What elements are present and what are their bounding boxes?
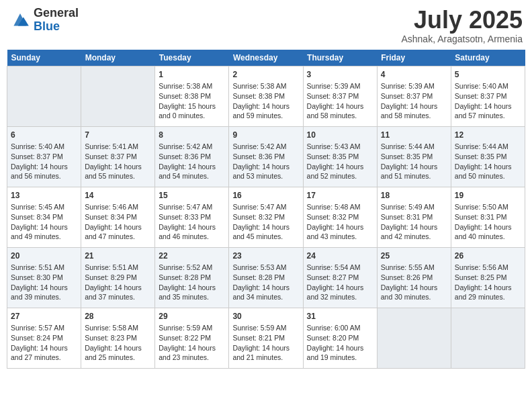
calendar-header-row: SundayMondayTuesdayWednesdayThursdayFrid… xyxy=(7,50,525,66)
sunrise-text: Sunrise: 5:42 AM xyxy=(159,142,212,150)
sunset-text: Sunset: 8:22 PM xyxy=(159,334,211,342)
day-number: 26 xyxy=(455,250,521,262)
daylight-text: Daylight: 14 hours and 55 minutes. xyxy=(85,163,142,181)
day-number: 15 xyxy=(159,190,225,201)
sunset-text: Sunset: 8:32 PM xyxy=(232,213,285,221)
sunrise-text: Sunrise: 5:38 AM xyxy=(159,82,212,90)
daylight-text: Daylight: 14 hours and 56 minutes. xyxy=(11,163,68,181)
sunset-text: Sunset: 8:36 PM xyxy=(232,152,285,161)
calendar-cell: 16Sunrise: 5:47 AMSunset: 8:32 PMDayligh… xyxy=(229,187,303,247)
logo-text: General Blue xyxy=(34,7,79,34)
header-monday: Monday xyxy=(81,50,155,66)
sunset-text: Sunset: 8:37 PM xyxy=(455,92,507,100)
sunrise-text: Sunrise: 5:53 AM xyxy=(232,263,286,271)
day-number: 29 xyxy=(159,311,225,322)
calendar-week-row: 13Sunrise: 5:45 AMSunset: 8:34 PMDayligh… xyxy=(7,187,525,247)
daylight-text: Daylight: 14 hours and 43 minutes. xyxy=(307,223,364,241)
day-number: 3 xyxy=(307,69,373,81)
sunrise-text: Sunrise: 5:59 AM xyxy=(159,324,212,332)
sunrise-text: Sunrise: 5:59 AM xyxy=(232,324,286,332)
sunrise-text: Sunrise: 5:47 AM xyxy=(232,203,286,211)
calendar-cell: 1Sunrise: 5:38 AMSunset: 8:38 PMDaylight… xyxy=(155,66,229,126)
sunset-text: Sunset: 8:28 PM xyxy=(232,273,285,281)
sunrise-text: Sunrise: 5:51 AM xyxy=(11,263,64,271)
daylight-text: Daylight: 14 hours and 34 minutes. xyxy=(232,283,290,302)
sunrise-text: Sunrise: 5:44 AM xyxy=(455,142,508,150)
daylight-text: Daylight: 14 hours and 23 minutes. xyxy=(159,344,216,362)
day-number: 27 xyxy=(11,311,77,322)
logo-blue: Blue xyxy=(34,20,79,34)
day-number: 28 xyxy=(85,311,151,322)
day-number: 4 xyxy=(381,69,447,81)
calendar-cell: 30Sunrise: 5:59 AMSunset: 8:21 PMDayligh… xyxy=(229,308,303,368)
day-number: 11 xyxy=(381,130,447,141)
daylight-text: Daylight: 14 hours and 49 minutes. xyxy=(11,223,68,241)
sunset-text: Sunset: 8:24 PM xyxy=(11,334,63,342)
day-number: 23 xyxy=(232,250,299,262)
sunset-text: Sunset: 8:37 PM xyxy=(307,92,359,100)
daylight-text: Daylight: 14 hours and 40 minutes. xyxy=(455,223,512,241)
sunrise-text: Sunrise: 5:43 AM xyxy=(307,142,361,150)
sunrise-text: Sunrise: 5:42 AM xyxy=(232,142,286,150)
daylight-text: Daylight: 14 hours and 30 minutes. xyxy=(381,283,438,302)
day-number: 21 xyxy=(85,250,151,262)
sunrise-text: Sunrise: 5:54 AM xyxy=(307,263,361,271)
sunrise-text: Sunrise: 5:56 AM xyxy=(455,263,508,271)
header-tuesday: Tuesday xyxy=(155,50,229,66)
page-header: General Blue July 2025 Ashnak, Aragatsot… xyxy=(7,7,525,44)
calendar-cell xyxy=(451,308,525,368)
sunset-text: Sunset: 8:34 PM xyxy=(11,213,63,221)
day-number: 2 xyxy=(232,69,299,81)
day-number: 12 xyxy=(455,130,521,141)
calendar-cell: 2Sunrise: 5:38 AMSunset: 8:38 PMDaylight… xyxy=(229,66,303,126)
calendar-cell: 22Sunrise: 5:52 AMSunset: 8:28 PMDayligh… xyxy=(155,247,229,308)
header-saturday: Saturday xyxy=(451,50,525,66)
sunrise-text: Sunrise: 5:45 AM xyxy=(11,203,64,211)
sunrise-text: Sunrise: 5:38 AM xyxy=(232,82,286,90)
daylight-text: Daylight: 14 hours and 58 minutes. xyxy=(381,102,438,120)
calendar-week-row: 6Sunrise: 5:40 AMSunset: 8:37 PMDaylight… xyxy=(7,126,525,187)
sunrise-text: Sunrise: 5:49 AM xyxy=(381,203,435,211)
day-number: 14 xyxy=(85,190,151,201)
day-number: 22 xyxy=(159,250,225,262)
sunset-text: Sunset: 8:29 PM xyxy=(85,273,137,281)
calendar-cell: 19Sunrise: 5:50 AMSunset: 8:31 PMDayligh… xyxy=(451,187,525,247)
sunrise-text: Sunrise: 5:39 AM xyxy=(381,82,435,90)
calendar-week-row: 1Sunrise: 5:38 AMSunset: 8:38 PMDaylight… xyxy=(7,66,525,126)
sunset-text: Sunset: 8:38 PM xyxy=(159,92,211,100)
sunrise-text: Sunrise: 5:48 AM xyxy=(307,203,361,211)
calendar-week-row: 20Sunrise: 5:51 AMSunset: 8:30 PMDayligh… xyxy=(7,247,525,308)
header-friday: Friday xyxy=(377,50,451,66)
calendar-table: SundayMondayTuesdayWednesdayThursdayFrid… xyxy=(7,50,525,369)
calendar-cell: 27Sunrise: 5:57 AMSunset: 8:24 PMDayligh… xyxy=(7,308,81,368)
day-number: 18 xyxy=(381,190,447,201)
calendar-cell xyxy=(377,308,451,368)
daylight-text: Daylight: 14 hours and 53 minutes. xyxy=(232,163,290,181)
calendar-cell: 8Sunrise: 5:42 AMSunset: 8:36 PMDaylight… xyxy=(155,126,229,187)
sunrise-text: Sunrise: 5:58 AM xyxy=(85,324,138,332)
logo: General Blue xyxy=(9,7,79,34)
sunset-text: Sunset: 8:35 PM xyxy=(455,152,507,161)
daylight-text: Daylight: 14 hours and 47 minutes. xyxy=(85,223,142,241)
day-number: 5 xyxy=(455,69,521,81)
sunrise-text: Sunrise: 5:57 AM xyxy=(11,324,64,332)
sunrise-text: Sunrise: 5:51 AM xyxy=(85,263,138,271)
sunset-text: Sunset: 8:30 PM xyxy=(11,273,63,281)
logo-general: General xyxy=(34,7,79,20)
calendar-cell: 5Sunrise: 5:40 AMSunset: 8:37 PMDaylight… xyxy=(451,66,525,126)
daylight-text: Daylight: 14 hours and 42 minutes. xyxy=(381,223,438,241)
sunset-text: Sunset: 8:23 PM xyxy=(85,334,137,342)
calendar-week-row: 27Sunrise: 5:57 AMSunset: 8:24 PMDayligh… xyxy=(7,308,525,368)
sunrise-text: Sunrise: 5:50 AM xyxy=(455,203,508,211)
daylight-text: Daylight: 14 hours and 27 minutes. xyxy=(11,344,68,362)
daylight-text: Daylight: 14 hours and 19 minutes. xyxy=(307,344,364,362)
day-number: 20 xyxy=(11,250,77,262)
sunset-text: Sunset: 8:31 PM xyxy=(381,213,433,221)
day-number: 8 xyxy=(159,130,225,141)
header-sunday: Sunday xyxy=(7,50,81,66)
calendar-cell: 29Sunrise: 5:59 AMSunset: 8:22 PMDayligh… xyxy=(155,308,229,368)
sunset-text: Sunset: 8:28 PM xyxy=(159,273,211,281)
calendar-cell: 20Sunrise: 5:51 AMSunset: 8:30 PMDayligh… xyxy=(7,247,81,308)
sunset-text: Sunset: 8:32 PM xyxy=(307,213,359,221)
calendar-cell: 7Sunrise: 5:41 AMSunset: 8:37 PMDaylight… xyxy=(81,126,155,187)
